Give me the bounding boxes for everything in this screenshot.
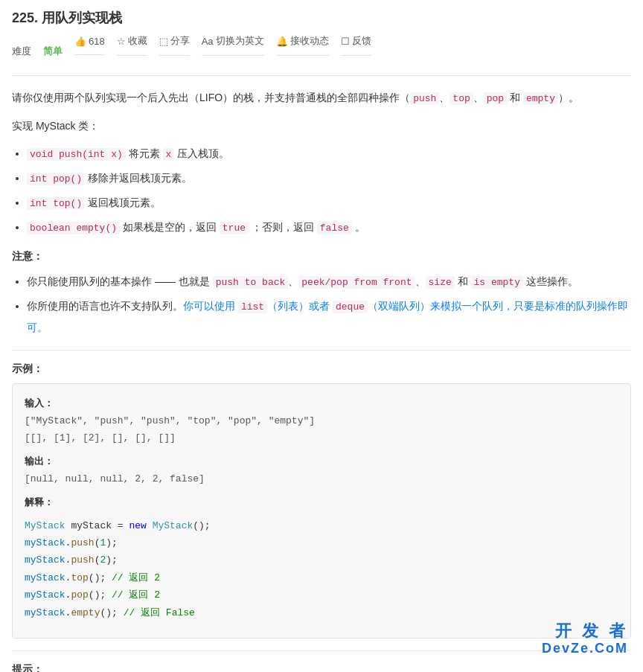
code-line-2: myStack.push(1); [25,534,618,551]
share-btn[interactable]: ⬚ 分享 [159,34,190,56]
notes-list: 你只能使用队列的基本操作 —— 也就是 push to back、peek/po… [27,271,631,338]
likes-btn[interactable]: 👍 618 [74,36,105,55]
example-box: 输入： ["MyStack", "push", "push", "top", "… [12,383,631,639]
divider-1 [12,350,631,351]
translate-icon: Aа [202,36,214,47]
input-args: [[], [1], [2], [], [], []] [25,429,618,447]
input-ops: ["MyStack", "push", "push", "top", "pop"… [25,412,618,429]
divider-2 [12,650,631,651]
methods-list: void push(int x) 将元素 x 压入栈顶。 int pop() 移… [27,143,631,238]
output-label: 输出： [25,452,618,470]
explain-label: 解释： [25,493,618,511]
input-label: 输入： [25,394,618,412]
code-line-1: MyStack myStack = new MyStack(); [25,517,618,534]
watermark-line1: 开 发 者 [542,621,628,641]
impl-text: 实现 MyStack 类： [12,116,631,136]
code-line-6: myStack.empty(); // 返回 False [25,604,618,621]
watermark: 开 发 者 DevZe.CoM [542,621,628,657]
output-val: [null, null, null, 2, 2, false] [25,470,618,487]
share-icon: ⬚ [159,36,168,47]
explanation-code: MyStack myStack = new MyStack(); myStack… [25,511,618,627]
translate-btn[interactable]: Aа 切换为英文 [202,34,264,56]
meta-bar: 难度 简单 👍 618 ☆ 收藏 ⬚ 分享 Aа 切换为英文 🔔 接收动态 ☐ … [12,34,631,76]
bell-icon: 🔔 [276,36,288,47]
hints-title: 提示： [12,663,631,672]
example-title: 示例： [12,362,631,376]
description-section: 请你仅使用两个队列实现一个后入先出（LIFO）的栈，并支持普通栈的全部四种操作（… [12,88,631,238]
watermark-line2: DevZe.CoM [542,641,628,657]
likes-icon: 👍 [74,36,86,47]
star-btn[interactable]: ☆ 收藏 [117,34,147,56]
page-title: 225. 用队列实现栈 [12,9,631,27]
code-line-5: myStack.pop(); // 返回 2 [25,586,618,604]
note-title: 注意： [12,250,631,263]
code-line-4: myStack.top(); // 返回 2 [25,569,618,586]
note-section: 注意： 你只能使用队列的基本操作 —— 也就是 push to back、pee… [12,250,631,338]
note-item-1: 你只能使用队列的基本操作 —— 也就是 push to back、peek/po… [27,271,631,292]
method-top: int top() 返回栈顶元素。 [27,192,631,214]
difficulty-value: 简单 [43,45,63,58]
notifications-btn[interactable]: 🔔 接收动态 [276,34,329,56]
intro-text: 请你仅使用两个队列实现一个后入先出（LIFO）的栈，并支持普通栈的全部四种操作（… [12,88,631,109]
difficulty-label: 难度 [12,45,31,58]
feedback-btn[interactable]: ☐ 反馈 [341,34,371,56]
code-line-3: myStack.push(2); [25,551,618,569]
note-item-2: 你所使用的语言也许不支持队列。你可以使用 list（列表）或者 deque（双端… [27,295,631,338]
method-push: void push(int x) 将元素 x 压入栈顶。 [27,143,631,164]
method-pop: int pop() 移除并返回栈顶元素。 [27,167,631,189]
star-icon: ☆ [117,36,126,47]
feedback-icon: ☐ [341,36,350,47]
method-empty: boolean empty() 如果栈是空的，返回 true ；否则，返回 fa… [27,217,631,238]
